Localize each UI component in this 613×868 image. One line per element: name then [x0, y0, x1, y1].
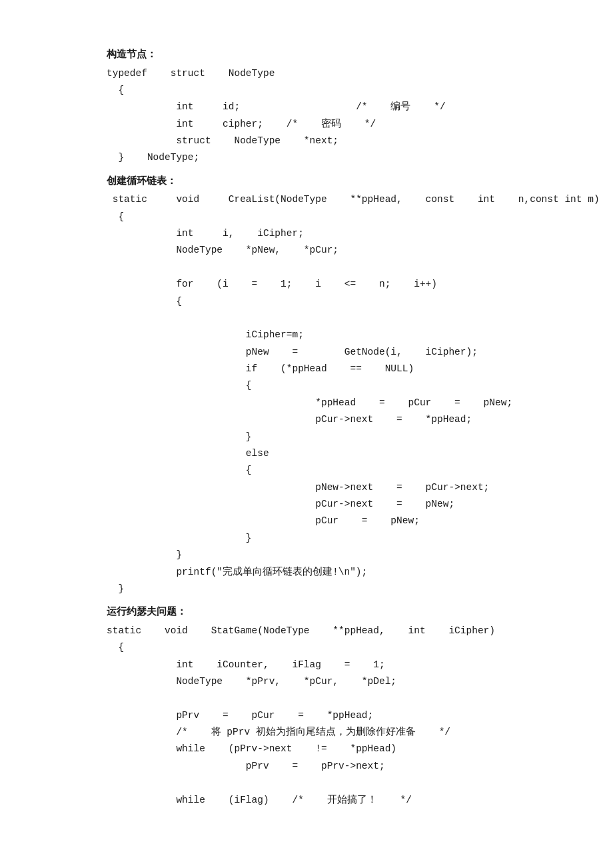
section-create-circular-list: 创建循环链表： static void CreaList(NodeType **… — [107, 173, 586, 598]
heading-construct-node: 构造节点： — [107, 47, 586, 64]
code-create-circular-list: static void CreaList(NodeType **ppHead, … — [107, 191, 586, 597]
heading-create-circular-list: 创建循环链表： — [107, 173, 586, 191]
section-construct-node: 构造节点： typedef struct NodeType { int id; … — [107, 47, 586, 167]
page-content: 构造节点： typedef struct NodeType { int id; … — [107, 47, 586, 809]
heading-run-josephus: 运行约瑟夫问题： — [107, 604, 586, 621]
code-run-josephus: static void StatGame(NodeType **ppHead, … — [107, 623, 586, 809]
section-run-josephus: 运行约瑟夫问题： static void StatGame(NodeType *… — [107, 604, 586, 809]
code-construct-node: typedef struct NodeType { int id; /* 编号 … — [107, 65, 586, 167]
